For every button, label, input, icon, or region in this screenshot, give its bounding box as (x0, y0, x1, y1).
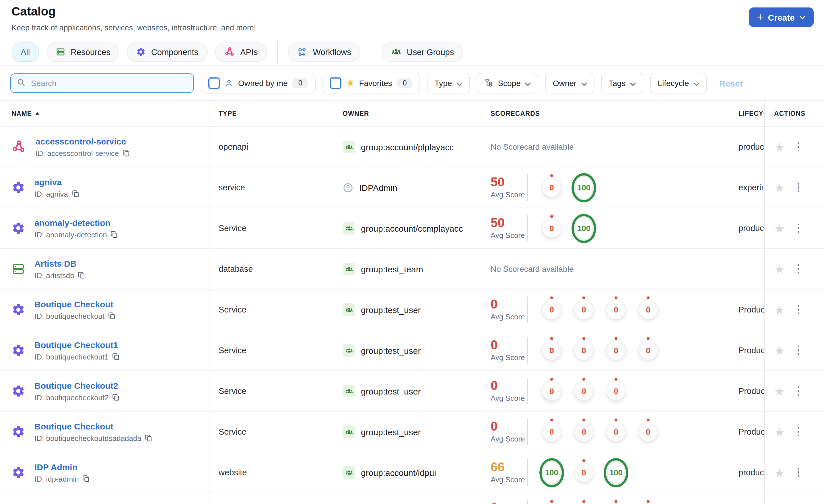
entity-name-link[interactable]: Boutique Checkout (34, 299, 116, 309)
scorecard-ring-value: 0 (549, 305, 554, 314)
kebab-menu-icon[interactable] (797, 467, 801, 479)
kebab-menu-icon[interactable] (797, 263, 801, 275)
scorecard-ring-slot: 0 (572, 382, 596, 400)
scorecard-ring[interactable]: 0 (575, 422, 593, 441)
tab-components[interactable]: Components (127, 42, 207, 61)
table-row: Artists DBID: artistsdbdatabasegroup:tes… (0, 249, 824, 289)
column-header-name[interactable]: NAME (0, 101, 209, 126)
scorecard-rings: 1000100 (539, 458, 628, 487)
avg-score-label: Avg Score (491, 312, 527, 321)
copy-icon[interactable] (108, 312, 116, 320)
entity-name-link[interactable]: IDP Admin (34, 462, 90, 472)
kebab-menu-icon[interactable] (797, 426, 801, 438)
copy-icon[interactable] (112, 353, 120, 361)
favorite-toggle-icon[interactable]: ★ (774, 141, 785, 153)
scorecard-ring-value: 100 (577, 183, 590, 192)
owner-value: group:account/plplayacc (361, 142, 454, 152)
name-cell: Boutique Checkout1ID: boutiquecheckout1 (0, 330, 209, 370)
filter-dropdown-type[interactable]: Type (427, 73, 470, 94)
scorecard-ring[interactable]: 0 (542, 422, 561, 441)
scorecard-ring[interactable]: 0 (639, 300, 657, 319)
entity-name-link[interactable]: accesscontrol-service (35, 136, 130, 146)
favorites-checkbox[interactable] (330, 78, 342, 89)
scorecard-ring[interactable]: 100 (572, 173, 596, 202)
scorecard-ring[interactable]: 100 (572, 214, 596, 243)
filter-dropdown-tags[interactable]: Tags (601, 73, 643, 94)
scorecard-ring[interactable]: 0 (575, 341, 593, 360)
create-button[interactable]: + Create (749, 7, 814, 27)
entity-name-link[interactable]: agniva (34, 177, 80, 186)
scorecard-ring[interactable]: 0 (542, 341, 561, 360)
copy-icon[interactable] (110, 231, 118, 239)
name-cell: anomaly-detectionID: anomaly-detection (0, 208, 209, 248)
search-box[interactable] (10, 74, 194, 93)
scorecard-ring[interactable]: 0 (639, 422, 657, 441)
scorecard-ring[interactable]: 0 (607, 300, 625, 319)
entity-name-link[interactable]: Boutique Checkout (34, 421, 153, 431)
favorite-toggle-icon[interactable]: ★ (774, 181, 785, 194)
entity-name-link[interactable]: Boutique Checkout1 (34, 340, 120, 350)
scorecard-ring[interactable]: 100 (604, 458, 628, 487)
kebab-menu-icon[interactable] (797, 345, 801, 356)
kebab-menu-icon[interactable] (797, 141, 801, 153)
favorite-toggle-icon[interactable]: ★ (774, 344, 785, 356)
owned-by-me-checkbox[interactable] (208, 78, 220, 89)
scorecard-ring[interactable]: 0 (575, 463, 593, 482)
copy-icon[interactable] (112, 393, 120, 401)
tab-apis[interactable]: APIs (215, 42, 267, 61)
type-value: website (219, 468, 247, 477)
search-input[interactable] (30, 78, 188, 88)
tab-all[interactable]: All (11, 42, 39, 61)
favorite-toggle-icon[interactable]: ★ (774, 303, 785, 316)
scorecard-ring[interactable]: 0 (607, 341, 625, 360)
scorecard-ring[interactable]: 0 (542, 219, 561, 238)
copy-icon[interactable] (82, 475, 90, 483)
chevron-down-icon (694, 79, 699, 88)
entity-name-link[interactable]: anomaly-detection (34, 218, 118, 227)
tab-workflows[interactable]: Workflows (288, 42, 360, 61)
entity-name-link[interactable]: Boutique Checkout2 (34, 380, 120, 390)
copy-icon[interactable] (78, 271, 86, 279)
scorecard-ring[interactable]: 0 (639, 341, 657, 360)
tab-resources[interactable]: Resources (46, 42, 120, 61)
filter-dropdown-scope[interactable]: Scope (477, 73, 538, 94)
scorecard-ring[interactable]: 0 (542, 382, 561, 400)
entity-name-link[interactable]: Artists DB (34, 258, 86, 268)
owned-by-me-filter[interactable]: Owned by me 0 (201, 73, 316, 94)
scorecard-ring-slot: 100 (539, 458, 564, 487)
entity-name-link[interactable]: Jenkins Plugin Tesst (34, 503, 119, 504)
tab-user-groups[interactable]: User Groups (382, 42, 463, 61)
plus-icon: + (757, 11, 763, 22)
filter-dropdown-lifecycle[interactable]: Lifecycle (650, 73, 707, 94)
actions-cell: ★ (764, 330, 824, 370)
scorecard-ring-slot: 0 (604, 382, 628, 400)
scorecard-ring[interactable]: 0 (542, 300, 561, 319)
favorite-toggle-icon[interactable]: ★ (774, 263, 785, 275)
kebab-menu-icon[interactable] (797, 385, 801, 397)
scorecard-ring-slot: 0 (539, 300, 564, 319)
copy-icon[interactable] (72, 190, 80, 198)
scorecard-ring[interactable]: 0 (542, 178, 561, 197)
table-row: agnivaID: agnivaserviceIDPAdmin50Avg Sco… (0, 167, 824, 208)
entity-name-block: Boutique CheckoutID: boutiquecheckoutdsa… (34, 421, 153, 443)
copy-icon[interactable] (122, 149, 130, 157)
avg-score-block: 0Avg Score (491, 380, 527, 402)
favorite-toggle-icon[interactable]: ★ (774, 467, 785, 479)
favorites-filter[interactable]: ★ Favorites 0 (323, 73, 420, 94)
scorecard-ring[interactable]: 0 (575, 300, 593, 319)
scorecard-ring[interactable]: 0 (607, 422, 625, 441)
scorecard-ring[interactable]: 100 (539, 458, 564, 487)
type-cell: database (209, 264, 341, 274)
scorecard-ring[interactable]: 0 (575, 382, 593, 400)
kebab-menu-icon[interactable] (797, 223, 801, 234)
scorecard-ring[interactable]: 0 (607, 382, 625, 400)
kebab-menu-icon[interactable] (797, 304, 801, 316)
favorite-toggle-icon[interactable]: ★ (774, 426, 785, 438)
copy-icon[interactable] (145, 434, 153, 442)
filter-dropdown-owner[interactable]: Owner (545, 73, 594, 94)
favorite-toggle-icon[interactable]: ★ (774, 385, 785, 397)
column-header-owner: OWNER (341, 110, 490, 117)
reset-filters-button[interactable]: Reset (719, 78, 743, 88)
favorite-toggle-icon[interactable]: ★ (774, 222, 785, 234)
kebab-menu-icon[interactable] (797, 182, 801, 194)
